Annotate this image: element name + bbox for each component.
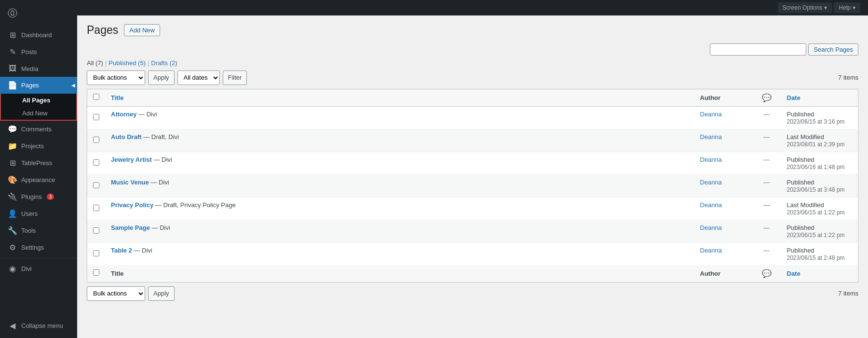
sidebar-item-appearance[interactable]: 🎨 Appearance xyxy=(0,171,77,188)
search-pages-button[interactable]: Search Pages xyxy=(808,43,858,56)
media-icon: 🖼 xyxy=(8,64,17,73)
row-checkbox-cell xyxy=(87,197,106,220)
author-link[interactable]: Deanna xyxy=(700,224,722,231)
row-comment-cell: — xyxy=(752,106,781,129)
sidebar-item-divi[interactable]: ◉ Divi xyxy=(0,260,77,277)
content-area: Pages Add New Search Pages All (7) | Pub… xyxy=(77,15,868,338)
select-all-checkbox-top[interactable] xyxy=(93,94,99,100)
page-title-link[interactable]: Table 2 xyxy=(111,247,132,254)
row-checkbox-cell xyxy=(87,129,106,152)
appearance-icon: 🎨 xyxy=(8,175,17,184)
page-title-link[interactable]: Attorney xyxy=(111,111,136,118)
table-row: Music Venue — Divi Deanna — Published 20… xyxy=(87,174,858,197)
search-input[interactable] xyxy=(710,43,806,56)
row-checkbox-cell xyxy=(87,174,106,197)
screen-options-button[interactable]: Screen Options ▾ xyxy=(778,2,832,13)
sidebar-item-settings[interactable]: ⚙ Settings xyxy=(0,239,77,256)
apply-button-top[interactable]: Apply xyxy=(148,70,175,85)
row-date-cell: Published 2023/06/15 at 3:16 pm xyxy=(781,106,858,129)
row-author-cell: Deanna xyxy=(694,106,752,129)
col-header-title[interactable]: Title xyxy=(105,89,694,106)
sidebar-item-tools[interactable]: 🔧 Tools xyxy=(0,222,77,239)
author-link[interactable]: Deanna xyxy=(700,156,722,163)
filter-nav: All (7) | Published (5) | Drafts (2) xyxy=(87,59,858,67)
row-checkbox[interactable] xyxy=(93,159,99,166)
sidebar-item-comments[interactable]: 💬 Comments xyxy=(0,121,77,138)
sidebar-item-plugins[interactable]: 🔌 Plugins 3 xyxy=(0,188,77,205)
col-footer-title: Title xyxy=(105,265,694,282)
sidebar-item-tablepress[interactable]: ⊞ TablePress xyxy=(0,155,77,171)
help-chevron-icon: ▾ xyxy=(853,4,855,11)
actions-row-bottom: Bulk actions Edit Move to Trash Apply 7 … xyxy=(87,286,858,301)
sidebar-item-dashboard[interactable]: ⊞ Dashboard xyxy=(0,27,77,43)
wp-logo-icon: ⓪ xyxy=(8,7,17,20)
row-date-cell: Last Modified 2023/08/01 at 2:39 pm xyxy=(781,129,858,152)
author-link[interactable]: Deanna xyxy=(700,133,722,141)
table-row: Auto Draft — Draft, Divi Deanna — Last M… xyxy=(87,129,858,152)
row-checkbox[interactable] xyxy=(93,250,99,256)
row-checkbox[interactable] xyxy=(93,137,99,143)
dates-select[interactable]: All dates xyxy=(177,70,220,85)
sidebar-item-media[interactable]: 🖼 Media xyxy=(0,60,77,77)
row-title-cell: Privacy Policy — Draft, Privacy Policy P… xyxy=(105,197,694,220)
sidebar-item-projects[interactable]: 📁 Projects xyxy=(0,138,77,155)
page-title-link[interactable]: Sample Page xyxy=(111,224,150,231)
comment-footer-icon: 💬 xyxy=(762,269,772,278)
date-sort-link[interactable]: Date xyxy=(787,94,800,101)
col-footer-date: Date xyxy=(781,265,858,282)
items-count-top: 7 items xyxy=(838,74,858,81)
bulk-actions-select-top[interactable]: Bulk actions Edit Move to Trash xyxy=(87,70,145,85)
row-title-cell: Music Venue — Divi xyxy=(105,174,694,197)
sidebar: ⓪ ⊞ Dashboard ✎ Posts 🖼 Media 📄 Pages ◀ … xyxy=(0,0,77,338)
add-new-button[interactable]: Add New xyxy=(124,24,160,36)
filter-all[interactable]: All (7) xyxy=(87,59,103,67)
apply-button-bottom[interactable]: Apply xyxy=(148,286,175,301)
page-title-link[interactable]: Auto Draft xyxy=(111,133,142,141)
filter-published[interactable]: Published (5) xyxy=(108,59,146,67)
topbar: Screen Options ▾ Help ▾ xyxy=(77,0,868,15)
sidebar-item-posts[interactable]: ✎ Posts xyxy=(0,43,77,60)
date-value: 2023/06/15 at 1:22 pm xyxy=(787,232,845,239)
author-link[interactable]: Deanna xyxy=(700,111,722,118)
help-button[interactable]: Help ▾ xyxy=(834,2,860,13)
row-checkbox[interactable] xyxy=(93,227,99,234)
sidebar-item-label: TablePress xyxy=(21,159,52,167)
tablepress-icon: ⊞ xyxy=(8,158,17,168)
row-checkbox[interactable] xyxy=(93,205,99,211)
page-title-link[interactable]: Music Venue xyxy=(111,179,149,186)
sidebar-item-label: Appearance xyxy=(21,176,55,183)
row-comment-cell: — xyxy=(752,174,781,197)
sidebar-submenu-all-pages[interactable]: All Pages xyxy=(1,94,76,107)
row-checkbox[interactable] xyxy=(93,182,99,188)
filter-drafts[interactable]: Drafts (2) xyxy=(151,59,177,67)
plugins-badge: 3 xyxy=(47,194,54,200)
row-author-cell: Deanna xyxy=(694,152,752,174)
filter-button[interactable]: Filter xyxy=(223,70,247,85)
screen-options-chevron-icon: ▾ xyxy=(824,4,827,11)
collapse-menu-button[interactable]: ◀ Collapse menu xyxy=(0,317,77,334)
col-header-author: Author xyxy=(694,89,752,106)
date-status: Last Modified xyxy=(787,201,824,209)
sidebar-item-pages[interactable]: 📄 Pages ◀ xyxy=(0,77,77,94)
row-checkbox[interactable] xyxy=(93,114,99,120)
screen-options-label: Screen Options xyxy=(783,4,823,11)
table-row: Attorney — Divi Deanna — Published 2023/… xyxy=(87,106,858,129)
row-date-cell: Published 2023/06/15 at 2:48 pm xyxy=(781,242,858,265)
author-link[interactable]: Deanna xyxy=(700,201,722,209)
col-header-comment: 💬 xyxy=(752,89,781,106)
author-link[interactable]: Deanna xyxy=(700,179,722,186)
row-date-cell: Published 2023/06/15 at 1:22 pm xyxy=(781,220,858,242)
page-title-link[interactable]: Privacy Policy xyxy=(111,201,153,209)
sidebar-item-label: Settings xyxy=(21,244,44,251)
main-content: Screen Options ▾ Help ▾ Pages Add New Se… xyxy=(77,0,868,338)
bulk-actions-select-bottom[interactable]: Bulk actions Edit Move to Trash xyxy=(87,286,145,301)
dashboard-icon: ⊞ xyxy=(8,30,17,40)
page-title-link[interactable]: Jewelry Artist xyxy=(111,156,152,163)
sidebar-item-users[interactable]: 👤 Users xyxy=(0,205,77,222)
title-sort-link[interactable]: Title xyxy=(111,94,124,101)
author-link[interactable]: Deanna xyxy=(700,247,722,254)
select-all-checkbox-bottom[interactable] xyxy=(93,269,99,276)
date-footer-link[interactable]: Date xyxy=(787,270,800,277)
row-comment-cell: — xyxy=(752,242,781,265)
sidebar-submenu-add-new[interactable]: Add New xyxy=(1,107,76,120)
